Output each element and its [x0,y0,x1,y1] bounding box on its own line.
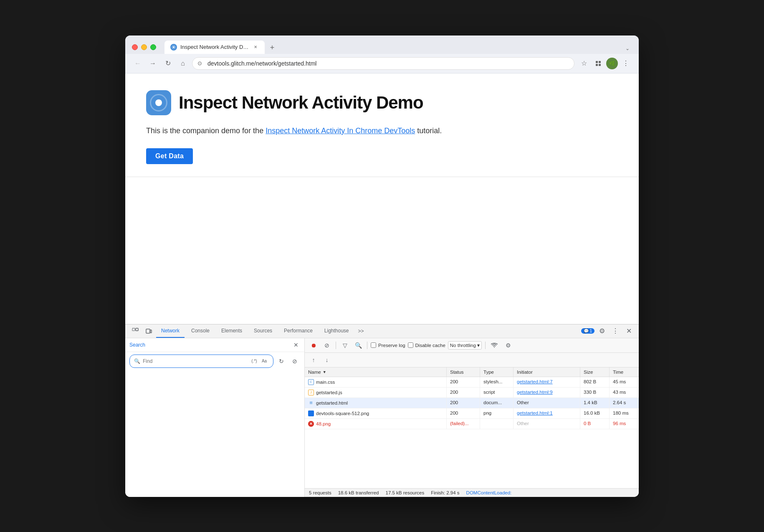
cell-type: png [480,408,514,418]
description-link[interactable]: Inspect Network Activity In Chrome DevTo… [266,127,415,135]
inspect-element-button[interactable] [129,324,141,338]
initiator-link[interactable]: getstarted.html:7 [517,379,553,384]
throttle-arrow-icon: ▾ [477,342,480,348]
cell-size: 0 B [580,419,610,429]
table-row[interactable]: ✕ 48.png (failed)... Other 0 B 96 ms [305,419,639,429]
find-refresh-button[interactable]: ↻ [276,356,287,367]
minimize-button[interactable] [141,44,147,50]
search-close-button[interactable]: ✕ [292,341,300,349]
tab-performance[interactable]: Performance [279,324,318,338]
maximize-button[interactable] [150,44,156,50]
case-sensitive-button[interactable]: Aa [260,357,269,366]
more-tabs-button[interactable]: >> [356,327,367,336]
network-main: ⏺ ⊘ ▽ 🔍 Preserve log Disable cache [305,338,639,497]
title-bar: Inspect Network Activity Dem ✕ + ⌄ [125,35,639,54]
address-bar: ← → ↻ ⌂ ⊙ devtools.glitch.me/network/get… [125,54,639,73]
url-icon: ⊙ [197,60,202,66]
find-options: (.*) Aa [250,357,269,366]
svg-rect-6 [132,328,135,331]
reload-button[interactable]: ↻ [162,58,174,69]
error-file-icon: ✕ [308,421,314,427]
extension-button[interactable] [592,57,605,70]
description-prefix: This is the companion demo for the [146,127,266,135]
filter-button[interactable]: ▽ [339,340,350,351]
tab-chevron-icon[interactable]: ⌄ [623,43,632,54]
record-button[interactable]: ⏺ [308,340,319,351]
tab-lighthouse[interactable]: Lighthouse [319,324,354,338]
network-conditions-button[interactable] [489,340,500,351]
tab-sources[interactable]: Sources [249,324,277,338]
get-data-button[interactable]: Get Data [146,148,193,164]
export-har-button[interactable]: ↓ [321,355,332,365]
back-button[interactable]: ← [132,58,144,69]
network-table: Name ▼ Status Type Initiator [305,367,639,488]
devtools-close-button[interactable]: ✕ [623,325,635,337]
initiator-link[interactable]: getstarted.html:1 [517,410,553,415]
col-type[interactable]: Type [480,367,514,377]
tab-close-button[interactable]: ✕ [252,44,259,51]
col-time[interactable]: Time [610,367,639,377]
col-time-label: Time [613,370,623,375]
bookmark-button[interactable]: ☆ [578,57,590,70]
home-button[interactable]: ⌂ [177,58,189,69]
table-row[interactable]: devtools-square-512.png 200 png getstart… [305,408,639,419]
find-clear-button[interactable]: ⊘ [289,356,300,367]
cell-name: devtools-square-512.png [305,408,447,418]
initiator-link[interactable]: getstarted.html:9 [517,390,553,395]
disable-cache-input[interactable] [408,342,413,348]
finish-time: Finish: 2.94 s [431,490,459,495]
controls-divider2 [367,342,367,349]
css-file-icon: C [308,379,314,385]
col-size[interactable]: Size [580,367,610,377]
chrome-menu-button[interactable]: ⋮ [620,57,632,70]
page-header: Inspect Network Activity Demo [146,90,618,115]
preserve-log-label: Preserve log [378,343,405,348]
network-panel: Search ✕ 🔍 (.*) Aa ↻ ⊘ [125,338,639,497]
table-row[interactable]: J getstarted.js 200 script getstarted.ht… [305,388,639,398]
url-bar[interactable]: ⊙ devtools.glitch.me/network/getstarted.… [192,57,574,70]
cell-type: script [480,388,514,398]
active-tab[interactable]: Inspect Network Activity Dem ✕ [164,41,265,54]
badge-count: 1 [589,329,592,333]
stop-recording-button[interactable]: ⊘ [321,340,332,351]
cell-name: ≡ getstarted.html [305,398,447,408]
svg-rect-3 [599,61,601,63]
forward-button[interactable]: → [147,58,159,69]
page-description: This is the companion demo for the Inspe… [146,125,618,137]
close-button[interactable] [132,44,138,50]
col-name[interactable]: Name ▼ [305,367,447,377]
search-network-button[interactable]: 🔍 [353,340,364,351]
network-settings-button[interactable]: ⚙ [503,340,514,351]
preserve-log-input[interactable] [371,342,376,348]
tab-elements[interactable]: Elements [216,324,247,338]
col-initiator[interactable]: Initiator [514,367,580,377]
tab-console[interactable]: Console [186,324,215,338]
dom-content-loaded[interactable]: DOMContentLoaded: [466,490,512,495]
new-tab-button[interactable]: + [266,42,278,54]
col-status[interactable]: Status [447,367,480,377]
devtools-menu-button[interactable]: ⋮ [610,325,621,337]
disable-cache-checkbox[interactable]: Disable cache [408,342,445,348]
resources-size: 17.5 kB resources [386,490,425,495]
cell-initiator: getstarted.html:7 [514,377,580,387]
cell-type: docum... [480,398,514,408]
devtools-settings-button[interactable]: ⚙ [596,325,608,337]
regex-button[interactable]: (.*) [250,357,259,366]
find-input[interactable] [143,358,247,364]
table-row[interactable]: ≡ getstarted.html 200 docum... Other 1.4… [305,398,639,408]
table-row[interactable]: C main.css 200 stylesh... getstarted.htm… [305,377,639,388]
device-toolbar-button[interactable] [143,324,154,338]
throttle-selector[interactable]: No throttling ▾ [448,341,482,350]
console-badge[interactable]: 💬 1 [581,328,595,334]
import-har-button[interactable]: ↑ [308,355,319,365]
cell-type [480,419,514,429]
tab-network[interactable]: Network [156,324,185,338]
col-size-label: Size [584,370,593,375]
cell-status: (failed)... [447,419,480,429]
preserve-log-checkbox[interactable]: Preserve log [371,342,405,348]
description-suffix: tutorial. [415,127,442,135]
tabs-area: Inspect Network Activity Dem ✕ + ⌄ [164,41,632,54]
profile-button[interactable]: 🌿 [606,58,618,69]
controls-divider [336,342,336,349]
cell-time: 43 ms [610,388,639,398]
